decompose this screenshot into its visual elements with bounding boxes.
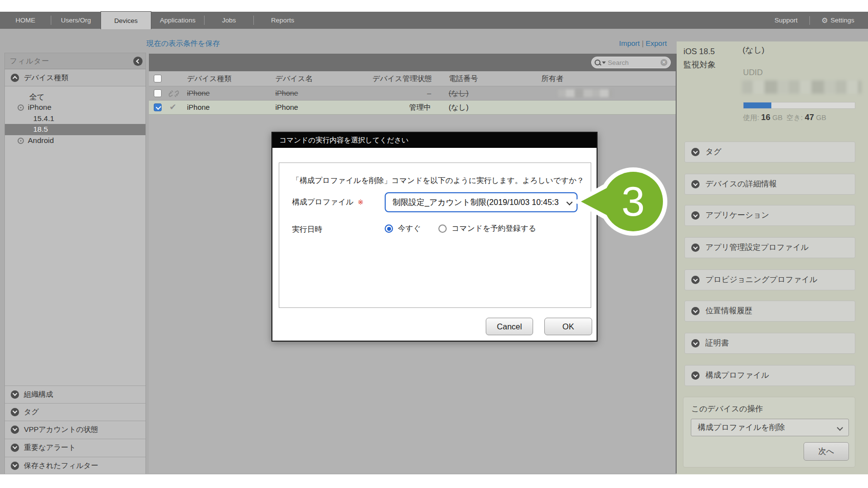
cell-phone-number: (なし) [449,89,469,98]
import-export-group: Import | Export [619,39,667,47]
section-important-alerts-label: 重要なアラート [24,443,76,452]
chevron-down-circle-icon [11,426,19,434]
accordion-config-profile-label: 構成プロファイル [705,370,769,381]
expand-circle-icon [18,138,24,144]
section-saved-filters-label: 保存されたフィルター [24,461,98,470]
section-vpp-account-status-label: VPPアカウントの状態 [24,425,98,434]
chevron-down-circle-icon [691,276,700,284]
cell-phone-number: (なし) [449,103,469,112]
filter-title: フィルター [10,57,49,66]
storage-used-unit: GB [772,114,783,122]
check-icon: ✔ [169,102,176,112]
col-device-name[interactable]: デバイス名 [275,74,312,83]
config-profile-select[interactable]: 制限設定_アカウント制限(2019/10/03 10:45:3 [385,192,578,212]
search-input[interactable] [608,59,661,66]
chevron-left-icon [136,59,141,64]
accordion-location-history[interactable]: 位置情報履歴 [684,301,855,322]
radio-run-now-label: 今すぐ [398,224,421,234]
table-row[interactable]: ✔ iPhone iPhone 管理中 (なし) [149,101,676,115]
command-dialog: コマンドの実行内容を選択してください 「構成プロファイルを削除」コマンドを以下の… [271,132,598,342]
col-phone-number[interactable]: 電話番号 [449,74,478,83]
storage-free-label: 空き: [786,114,803,122]
accordion-app-mgmt-profile[interactable]: アプリ管理設定プロファイル [684,237,855,258]
accordion-tags[interactable]: タグ [684,142,855,163]
search-icon [595,60,601,66]
cell-device-type: iPhone [187,89,210,97]
section-device-type[interactable]: デバイス種類 [5,69,145,86]
section-saved-filters[interactable]: 保存されたフィルター [5,457,145,474]
accordion-provisioning-profile-label: プロビジョニングプロファイル [705,275,817,285]
accordion-applications-label: アプリケーション [705,210,769,221]
tab-jobs[interactable]: Jobs [205,12,253,29]
device-actions-panel: このデバイスの操作 構成プロファイルを削除 次へ [683,397,855,468]
dialog-title-bar: コマンドの実行内容を選択してください [272,133,597,148]
chevron-down-circle-icon [691,339,700,347]
storage-used-label: 使用: [743,114,759,122]
import-link[interactable]: Import [619,39,640,47]
cell-mgmt-status: 管理中 [372,103,431,112]
section-vpp-account-status[interactable]: VPPアカウントの状態 [5,421,145,438]
chevron-down-circle-icon [691,180,700,188]
device-action-selected-value: 構成プロファイルを削除 [698,423,785,433]
radio-schedule-later-label: コマンドを予約登録する [452,224,536,234]
tab-devices[interactable]: Devices [101,11,151,29]
accordion-provisioning-profile[interactable]: プロビジョニングプロファイル [684,269,855,290]
search-scope-dropdown-icon[interactable] [602,61,606,64]
chevron-down-circle-icon [691,371,700,380]
settings-link[interactable]: ⚙ Settings [817,16,859,25]
dialog-title: コマンドの実行内容を選択してください [279,136,409,145]
accordion-device-details-label: デバイスの詳細情報 [705,179,777,189]
section-tags[interactable]: タグ [5,403,145,420]
accordion-certificates[interactable]: 証明書 [684,333,855,354]
select-all-checkbox[interactable] [154,75,162,82]
table-row[interactable]: iPhone iPhone – (なし) [149,86,676,101]
chevron-down-icon [566,199,573,205]
accordion-config-profile[interactable]: 構成プロファイル [684,365,855,386]
cell-owner-redacted [558,89,612,97]
filter-item-all[interactable]: 全て [29,92,44,102]
tab-applications[interactable]: Applications [151,12,204,29]
device-action-select[interactable]: 構成プロファイルを削除 [691,419,849,436]
radio-run-now[interactable] [385,224,393,233]
accordion-applications[interactable]: アプリケーション [684,205,855,226]
filter-item-iphone[interactable]: iPhone [18,103,51,112]
export-link[interactable]: Export [646,39,667,47]
tab-home[interactable]: HOME [0,12,51,29]
row-checkbox[interactable] [154,89,162,97]
col-mgmt-status[interactable]: デバイス管理状態 [372,74,432,83]
section-important-alerts[interactable]: 重要なアラート [5,439,145,456]
section-org-structure[interactable]: 組織構成 [5,386,145,403]
link-separator: | [642,40,644,47]
chevron-down-circle-icon [11,444,19,452]
settings-label: Settings [830,17,854,24]
filter-item-android[interactable]: Android [18,136,54,145]
sidebar-collapse-button[interactable] [133,57,143,66]
chevron-down-icon [837,425,843,431]
filter-item-15-4-1[interactable]: 15.4.1 [33,114,54,123]
accordion-app-mgmt-profile-label: アプリ管理設定プロファイル [705,243,808,253]
row-checkbox[interactable] [154,103,162,111]
chevron-down-circle-icon [691,211,700,220]
tab-reports[interactable]: Reports [254,12,311,29]
save-view-conditions-link[interactable]: 現在の表示条件を保存 [146,39,220,48]
cancel-button[interactable]: Cancel [486,318,533,335]
col-owner[interactable]: 所有者 [541,74,563,83]
chevron-down-circle-icon [11,390,19,399]
filter-sidebar-header: フィルター [5,53,145,69]
profile-label-row: 構成プロファイル ※ [292,197,364,207]
table-toolbar: ✕ [149,54,676,71]
ok-button[interactable]: OK [544,318,592,335]
filter-item-18-5[interactable]: 18.5 [5,124,145,135]
search-box[interactable]: ✕ [591,57,671,68]
support-link[interactable]: Support [769,17,802,24]
accordion-device-details[interactable]: デバイスの詳細情報 [684,174,855,195]
storage-free-unit: GB [816,114,826,122]
storage-free-value: 47 [805,113,814,122]
radio-schedule-later[interactable] [438,224,447,233]
col-device-type[interactable]: デバイス種類 [187,74,231,83]
schedule-radio-group: 今すぐ コマンドを予約登録する [385,224,536,234]
expand-circle-icon [18,104,24,111]
search-clear-icon[interactable]: ✕ [661,59,667,66]
tab-users-org[interactable]: Users/Org [51,12,101,29]
next-button[interactable]: 次へ [804,442,849,461]
